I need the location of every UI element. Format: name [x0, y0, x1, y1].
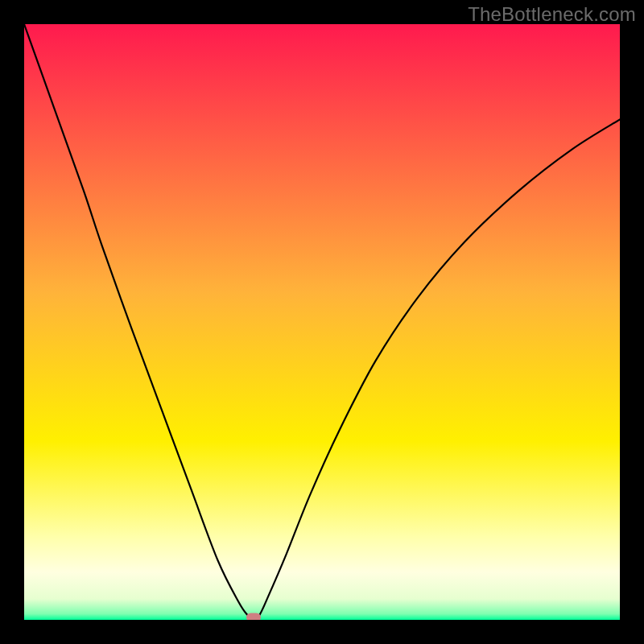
bottleneck-curve — [24, 24, 620, 620]
optimum-marker — [246, 613, 261, 620]
chart-frame: TheBottleneck.com — [0, 0, 644, 644]
plot-area — [24, 24, 620, 620]
watermark-text: TheBottleneck.com — [468, 3, 636, 26]
